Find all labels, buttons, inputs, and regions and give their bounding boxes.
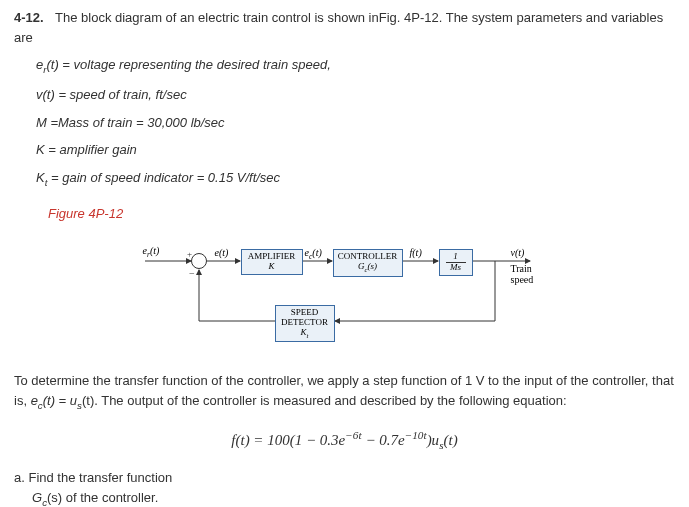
svg-text:−: −: [189, 268, 195, 279]
signal-er: er(t): [143, 243, 160, 260]
param-Kt: Kt = gain of speed indicator = 0.15 V/ft…: [36, 168, 675, 190]
speed-detector-box: SPEED DETECTOR Kt: [275, 305, 335, 342]
param-K: K = amplifier gain: [36, 140, 675, 160]
signal-v: v(t): [511, 245, 525, 260]
figure-label: Figure 4P-12: [48, 204, 675, 224]
param-v: v(t) = speed of train, ft/sec: [36, 85, 675, 105]
param-M: M =Mass of train = 30,000 lb/sec: [36, 113, 675, 133]
problem-heading: 4-12. The block diagram of an electric t…: [14, 8, 675, 47]
sub-question-a: a. Find the transfer function Gc(s) of t…: [14, 468, 675, 507]
param-er: er(t) = voltage representing the desired…: [36, 55, 675, 77]
mass-box: 1 Ms: [439, 249, 473, 276]
block-diagram: + − er(t) e(t) AMPLIFIER K ec(t) CONTROL…: [14, 233, 675, 353]
problem-number: 4-12.: [14, 10, 44, 25]
signal-ec: ec(t): [305, 245, 322, 262]
problem-intro: The block diagram of an electric train c…: [14, 10, 663, 45]
signal-e: e(t): [215, 245, 229, 260]
body-paragraph: To determine the transfer function of th…: [14, 371, 675, 413]
amplifier-box: AMPLIFIER K: [241, 249, 303, 275]
signal-f: f(t): [410, 245, 422, 260]
output-desc: Train speed: [511, 263, 534, 285]
equation-f: f(t) = 100(1 − 0.3e−6t − 0.7e−10t)us(t): [14, 427, 675, 454]
controller-box: CONTROLLER Gc(s): [333, 249, 403, 276]
summing-junction: [191, 253, 207, 269]
